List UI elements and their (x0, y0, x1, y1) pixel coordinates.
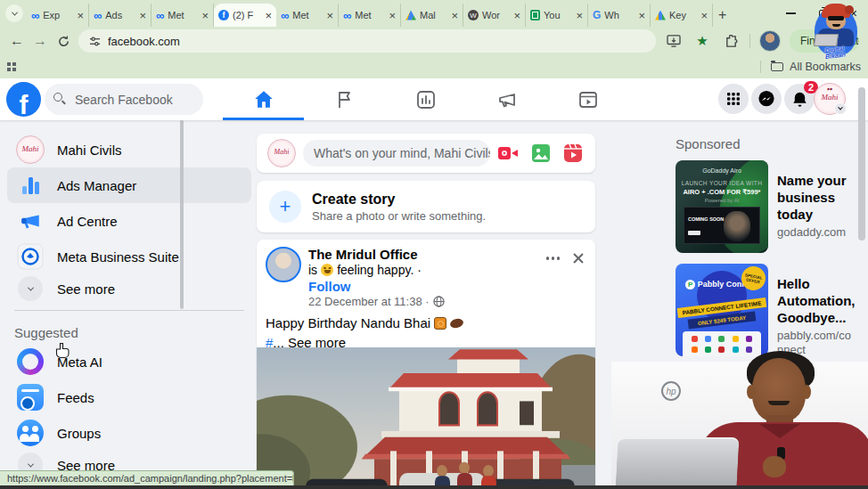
sidebar-item-ad-centre[interactable]: Ad Centre (7, 203, 251, 239)
browser-tab[interactable]: G Wh × (588, 4, 651, 27)
sponsored-ad-pabbly[interactable]: P Pabbly Connect SPECIAL OFFER PABBLY CO… (676, 264, 854, 356)
tab-close-icon[interactable]: × (77, 10, 84, 21)
notifications-button[interactable]: 2 (784, 84, 815, 114)
sidebar-item-see-more[interactable]: See more (7, 274, 251, 303)
sidebar-item-label: Meta Business Suite (57, 249, 179, 265)
back-icon[interactable]: ← (5, 33, 29, 49)
tab-close-icon[interactable]: × (451, 10, 458, 21)
tab-close-icon[interactable]: × (576, 10, 583, 21)
post-text: Happy Birthday Nandu Bhai (266, 315, 463, 330)
tab-close-icon[interactable]: × (265, 10, 272, 21)
ad-image-pabbly[interactable]: P Pabbly Connect SPECIAL OFFER PABBLY CO… (676, 264, 768, 356)
create-story-card[interactable]: + Create story Share a photo or write so… (257, 181, 595, 232)
follow-link[interactable]: Follow (308, 279, 351, 294)
tab-ads-manager[interactable] (385, 78, 466, 120)
reload-icon[interactable] (52, 35, 75, 48)
tab-close-icon[interactable]: × (513, 10, 520, 21)
meta-icon: ∞ (94, 9, 102, 22)
tab-close-icon[interactable]: × (700, 10, 708, 21)
browser-tab[interactable]: Key × (651, 4, 713, 27)
profile-chevron[interactable] (834, 102, 847, 115)
post-author-name[interactable]: The Mridul Office (308, 247, 418, 262)
bookmark-star-icon[interactable]: ★ (692, 31, 712, 51)
menu-button[interactable] (718, 84, 749, 114)
sidebar-item-meta-ai[interactable]: Meta AI (7, 344, 251, 379)
browser-tab[interactable]: ∞ Ads × (89, 4, 151, 27)
sidebar-item-profile[interactable]: Mahi Mahi Civils (7, 132, 251, 167)
site-settings-icon[interactable] (89, 36, 101, 47)
feed-post: The Mridul Office is feeling happy. · Fo… (257, 240, 595, 489)
sidebar-item-groups[interactable]: Groups (7, 415, 251, 451)
messenger-button[interactable] (751, 84, 782, 114)
tab-video[interactable] (547, 78, 628, 120)
channel-logo-sticker: Digital Bikaan (807, 1, 863, 60)
tab-title: Key (669, 10, 697, 20)
extensions-icon[interactable] (721, 31, 741, 51)
sidebar-item-meta-business-suite[interactable]: Meta Business Suite (7, 239, 251, 274)
forward-icon[interactable]: → (29, 33, 52, 49)
browser-tab[interactable]: You × (526, 4, 588, 27)
browser-tab-active-facebook[interactable]: f (2) F × (214, 4, 276, 27)
sidebar-item-ads-manager[interactable]: Ads Manager (7, 167, 251, 203)
hide-post-icon[interactable] (572, 252, 585, 265)
more-options-icon[interactable] (546, 257, 561, 260)
post-photo[interactable] (257, 347, 595, 489)
install-icon[interactable] (664, 31, 684, 51)
address-bar[interactable]: facebook.com (78, 29, 656, 53)
tab-pages[interactable] (304, 78, 385, 120)
laptop-icon (814, 34, 839, 46)
ad-brand-text: GoDaddy Airo (676, 167, 768, 174)
feeds-icon (14, 381, 46, 413)
search-input[interactable] (45, 84, 203, 115)
bottom-edge-strip (0, 485, 868, 489)
composer-input[interactable]: What's on your mind, Mahi Civils? (303, 140, 490, 167)
browser-tab[interactable]: ∞ Met × (151, 4, 214, 27)
tab-close-icon[interactable]: × (326, 10, 333, 21)
bar-chart-icon (14, 169, 46, 201)
tab-close-icon[interactable]: × (389, 10, 396, 21)
post-timestamp: 22 December at 11:38 · (308, 295, 445, 308)
chevron-down-icon (838, 105, 843, 110)
divider (760, 61, 761, 73)
presenter-ear (747, 385, 756, 399)
tab-title: Met (168, 10, 198, 20)
page-scrollbar[interactable] (858, 87, 865, 240)
browser-tab[interactable]: ∞ Exp × (27, 4, 89, 27)
tab-ad-center[interactable] (466, 78, 547, 120)
google-sheets-icon (530, 10, 540, 20)
browser-tab[interactable]: Mal × (401, 4, 463, 27)
post-author-avatar[interactable] (266, 247, 301, 282)
browser-tab[interactable]: ∞ Met × (276, 4, 339, 27)
tab-close-icon[interactable]: × (201, 10, 209, 21)
minimize-icon[interactable] (786, 12, 796, 14)
sidebar-item-feeds[interactable]: Feeds (7, 379, 251, 415)
ad-title[interactable]: Hello Automation, Goodbye... (777, 276, 854, 326)
reels-icon[interactable] (563, 143, 583, 163)
sidebar-scrollbar[interactable] (180, 120, 184, 309)
groups-icon (14, 417, 46, 449)
tab-home[interactable] (223, 78, 304, 120)
tab-search-button[interactable] (5, 4, 23, 22)
sponsored-ad-godaddy[interactable]: GoDaddy Airo LAUNCH YOUR IDEA WITH AIRO … (676, 160, 854, 253)
live-video-icon[interactable] (497, 143, 519, 163)
ad-image-godaddy[interactable]: GoDaddy Airo LAUNCH YOUR IDEA WITH AIRO … (676, 160, 768, 253)
apps-grid-icon[interactable] (7, 62, 16, 71)
tab-close-icon[interactable]: × (638, 10, 645, 21)
composer-avatar[interactable]: Mahi (267, 139, 296, 167)
presenter-ear (802, 385, 811, 399)
browser-toolbar: ← → facebook.com ★ Finish update (0, 27, 868, 55)
folder-icon (771, 62, 783, 71)
news-feed: Mahi What's on your mind, Mahi Civils? +… (257, 134, 595, 489)
ad-line2: AIRO + .COM FOR ₹599* (676, 188, 768, 196)
photo-video-icon[interactable] (531, 143, 551, 163)
new-tab-button[interactable]: + (718, 7, 726, 23)
browser-tab[interactable]: ∞ Met × (339, 4, 401, 27)
facebook-logo[interactable]: f (6, 82, 41, 117)
chrome-profile-avatar[interactable] (759, 30, 781, 52)
wordpress-icon: W (468, 10, 479, 20)
meta-ai-icon (14, 346, 46, 378)
browser-tab[interactable]: W Wor × (463, 4, 526, 27)
tab-close-icon[interactable]: × (139, 10, 146, 21)
hp-logo: hp (661, 381, 681, 401)
ad-title[interactable]: Name your business today (777, 173, 854, 223)
